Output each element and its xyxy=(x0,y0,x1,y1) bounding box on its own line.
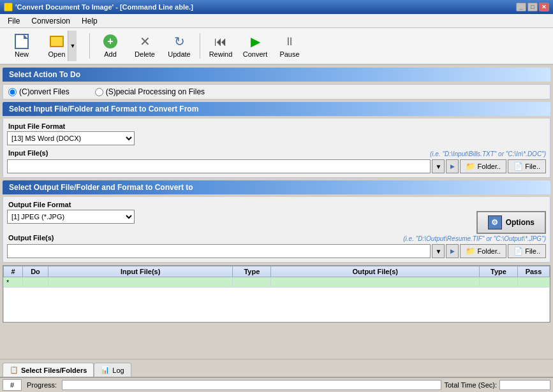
input-files-label: Input File(s) xyxy=(7,149,48,157)
output-files-label: Output File(s) xyxy=(7,234,54,242)
add-button[interactable]: + Add xyxy=(94,31,127,61)
input-nav-dropdown[interactable]: ▼ xyxy=(432,159,445,173)
new-button[interactable]: New xyxy=(5,31,38,61)
input-files-row: ▼ ▶ 📁 Folder.. 📄 File.. xyxy=(7,159,546,173)
pause-icon: ⏸ xyxy=(282,34,297,49)
toolbar: New Open ▼ + Add ✕ Delete ↻ Update xyxy=(0,28,553,65)
convert-files-radio[interactable]: (C)onvert Files xyxy=(8,87,70,96)
title-bar: 'Convert Document To Image' - [Command L… xyxy=(0,0,553,14)
menu-file[interactable]: File xyxy=(3,15,25,27)
col-input-files: Input File(s) xyxy=(48,266,233,277)
open-icon xyxy=(49,34,64,49)
status-progress-label: Progress: xyxy=(24,381,59,389)
cell-star: * xyxy=(4,277,23,287)
output-content: Output File Format [1] JPEG (*.JPG)[2] P… xyxy=(3,197,550,263)
output-nav-dropdown[interactable]: ▼ xyxy=(432,244,445,258)
col-do: Do xyxy=(23,266,48,277)
output-format-label: Output File Format xyxy=(7,201,471,208)
input-format-select[interactable]: [13] MS Word (DOCX)[1] JPEG (*.JPG)[2] P… xyxy=(7,131,135,145)
separator-2 xyxy=(200,33,200,59)
pause-label: Pause xyxy=(279,50,299,58)
output-files-row: ▼ ▶ 📁 Folder.. 📄 File.. xyxy=(7,244,546,258)
output-files-hint: (i.e. "D:\Output\Resume.TIF" or "C:\Outp… xyxy=(403,235,546,242)
delete-icon: ✕ xyxy=(137,34,152,49)
table-row: * xyxy=(4,277,550,287)
rewind-button[interactable]: ⏮ Rewind xyxy=(204,31,237,61)
input-content: Input File Format [13] MS Word (DOCX)[1]… xyxy=(3,119,550,178)
menu-bar: File Conversion Help xyxy=(0,14,553,28)
tab-log-icon: 📊 xyxy=(101,366,110,375)
table-header-row: # Do Input File(s) Type Output File(s) T… xyxy=(4,266,550,277)
status-progress-bar xyxy=(62,380,441,390)
update-button[interactable]: ↻ Update xyxy=(163,31,196,61)
add-icon: + xyxy=(103,34,118,49)
convert-button[interactable]: ▶ Convert xyxy=(239,31,272,61)
rewind-icon: ⏮ xyxy=(213,34,228,49)
minimize-button[interactable]: _ xyxy=(516,3,526,11)
input-file-button[interactable]: 📄 File.. xyxy=(508,159,546,173)
output-format-select[interactable]: [1] JPEG (*.JPG)[2] PNG (*.PNG)[3] BMP (… xyxy=(7,210,135,224)
new-icon xyxy=(14,34,29,49)
data-table: # Do Input File(s) Type Output File(s) T… xyxy=(3,266,550,323)
action-radio-row: (C)onvert Files (S)pecial Processing on … xyxy=(3,84,550,99)
new-label: New xyxy=(15,50,29,58)
input-folder-button[interactable]: 📁 Folder.. xyxy=(460,159,506,173)
output-section: Select Output File/Folder and Format to … xyxy=(3,180,550,263)
add-label: Add xyxy=(104,50,117,58)
pause-button[interactable]: ⏸ Pause xyxy=(273,31,306,61)
output-files-label-row: Output File(s) (i.e. "D:\Output\Resume.T… xyxy=(7,234,546,243)
close-button[interactable]: ✕ xyxy=(539,3,549,11)
col-pass: Pass xyxy=(518,266,550,277)
action-header: Select Action To Do xyxy=(3,68,550,82)
input-files-input[interactable] xyxy=(7,159,431,173)
input-files-label-row: Input File(s) (i.e. "D:\Input\Bills.TXT"… xyxy=(7,149,546,158)
col-type-in: Type xyxy=(233,266,271,277)
status-total-value xyxy=(499,380,550,390)
output-format-row: [1] JPEG (*.JPG)[2] PNG (*.PNG)[3] BMP (… xyxy=(7,210,471,224)
delete-button[interactable]: ✕ Delete xyxy=(128,31,161,61)
open-label: Open xyxy=(48,50,66,58)
input-nav-arrow[interactable]: ▶ xyxy=(446,159,459,173)
update-label: Update xyxy=(168,50,190,58)
output-nav-arrow[interactable]: ▶ xyxy=(446,244,459,258)
action-section: Select Action To Do (C)onvert Files (S)p… xyxy=(3,68,550,99)
col-output-files: Output File(s) xyxy=(271,266,480,277)
output-files-input[interactable] xyxy=(7,244,431,258)
col-type-out: Type xyxy=(480,266,518,277)
special-label: (S)pecial Processing on Files xyxy=(106,87,205,96)
convert-icon: ▶ xyxy=(247,34,263,49)
open-dropdown-arrow[interactable]: ▼ xyxy=(68,31,77,61)
convert-files-label: (C)onvert Files xyxy=(19,87,70,96)
tab-files-label: Select Files/Folders xyxy=(21,367,87,374)
output-file-button[interactable]: 📄 File.. xyxy=(508,244,546,258)
status-bar: # Progress: Total Time (Sec): xyxy=(0,377,553,392)
cell-do xyxy=(23,277,48,287)
tab-files-icon: 📋 xyxy=(10,366,18,375)
delete-label: Delete xyxy=(135,50,155,58)
status-hash: # xyxy=(3,379,22,391)
cell-type-out xyxy=(480,277,518,287)
tab-log[interactable]: 📊 Log xyxy=(94,363,131,377)
options-button[interactable]: ⚙ Options xyxy=(476,211,546,234)
menu-help[interactable]: Help xyxy=(77,15,103,27)
separator-1 xyxy=(89,33,90,59)
cell-output xyxy=(271,277,480,287)
maximize-button[interactable]: □ xyxy=(527,3,538,11)
tab-log-label: Log xyxy=(112,367,124,374)
update-icon: ↻ xyxy=(172,34,187,49)
convert-label: Convert xyxy=(243,50,268,58)
input-files-hint: (i.e. "D:\Input\Bills.TXT" or "C:\In\*.D… xyxy=(430,150,546,157)
menu-conversion[interactable]: Conversion xyxy=(26,15,75,27)
special-radio[interactable]: (S)pecial Processing on Files xyxy=(95,87,205,96)
bottom-tabs: 📋 Select Files/Folders 📊 Log xyxy=(0,359,553,377)
rewind-label: Rewind xyxy=(209,50,233,58)
output-folder-button[interactable]: 📁 Folder.. xyxy=(460,244,506,258)
input-format-row: [13] MS Word (DOCX)[1] JPEG (*.JPG)[2] P… xyxy=(7,131,546,145)
window-title: 'Convert Document To Image' - [Command L… xyxy=(15,3,193,11)
input-format-label: Input File Format xyxy=(7,122,546,130)
cell-pass xyxy=(518,277,550,287)
status-total-label: Total Time (Sec): xyxy=(444,381,497,389)
tab-select-files[interactable]: 📋 Select Files/Folders xyxy=(3,363,94,377)
open-button[interactable]: Open ▼ xyxy=(40,31,85,61)
output-header: Select Output File/Folder and Format to … xyxy=(3,180,550,194)
